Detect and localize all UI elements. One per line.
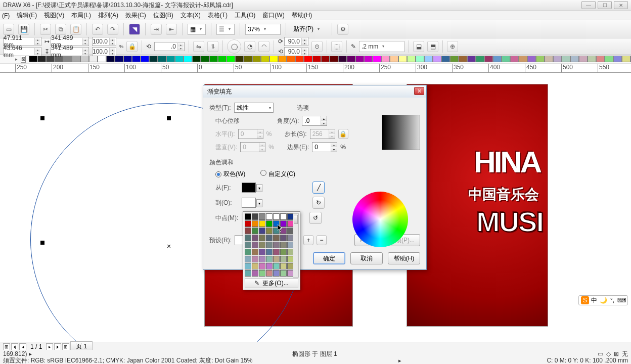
lock-step-icon[interactable]: 🔒 — [338, 129, 348, 139]
selection-handle[interactable] — [40, 116, 44, 120]
popup-color-swatch[interactable] — [252, 270, 258, 277]
target-icon[interactable]: ⊕ — [447, 41, 458, 52]
menu-tools[interactable]: 工具(O) — [235, 11, 255, 20]
edge-field[interactable]: 0▴▾ — [312, 142, 337, 152]
snap-dropdown[interactable]: 贴齐(P) ▾ — [291, 24, 327, 35]
launch-dropdown[interactable]: ▦▾ — [188, 24, 206, 35]
minimize-button[interactable]: — — [581, 1, 596, 9]
palette-swatch[interactable] — [227, 56, 235, 62]
menu-layout[interactable]: 布局(L) — [71, 11, 91, 20]
palette-swatch[interactable] — [295, 56, 304, 62]
palette-swatch[interactable] — [132, 56, 141, 62]
tool-icon[interactable]: ◥ — [129, 24, 140, 35]
palette-swatch[interactable] — [123, 56, 132, 62]
selection-handle[interactable] — [40, 241, 44, 245]
popup-color-swatch[interactable] — [280, 249, 287, 255]
palette-swatch[interactable] — [622, 56, 630, 62]
palette-swatch[interactable] — [330, 56, 338, 62]
popup-color-swatch[interactable] — [273, 220, 280, 227]
cut-icon[interactable]: ✂ — [40, 24, 51, 35]
palette-swatch[interactable] — [287, 56, 295, 62]
obj-h-field[interactable]: 341.489 mm▴▾ — [51, 47, 89, 56]
menu-effects[interactable]: 效果(C) — [125, 11, 146, 20]
menu-view[interactable]: 视图(V) — [44, 11, 64, 20]
convert-icon[interactable]: ⬚ — [331, 41, 342, 52]
popup-color-swatch[interactable] — [245, 228, 251, 234]
zoom-combo[interactable]: 37%▾ — [245, 24, 281, 35]
page-add-button[interactable]: ⊞ — [62, 343, 69, 350]
palette-swatch[interactable] — [476, 56, 484, 62]
ime-sogou-icon[interactable]: S — [581, 296, 589, 304]
to-color-swatch[interactable]: ▾ — [242, 198, 256, 208]
ellipse-mode-icon[interactable]: ◯ — [227, 39, 241, 54]
popup-color-swatch[interactable] — [280, 213, 287, 220]
palette-swatch[interactable] — [269, 56, 278, 62]
pie-mode-icon[interactable]: ◔ — [244, 41, 255, 52]
popup-color-swatch[interactable] — [259, 228, 265, 234]
type-combo[interactable]: 线性▾ — [234, 103, 274, 113]
wrap-icon[interactable]: ⬓ — [413, 41, 424, 52]
menu-help[interactable]: 帮助(H) — [292, 11, 312, 20]
ime-keyboard-icon[interactable]: ⌨ — [617, 296, 625, 304]
popup-color-swatch[interactable] — [273, 270, 280, 277]
ok-button[interactable]: 确定 — [313, 252, 345, 264]
help-button[interactable]: 帮助(H) — [388, 252, 420, 264]
palette-swatch[interactable] — [355, 56, 364, 62]
popup-color-swatch[interactable] — [273, 242, 280, 248]
page-next2-button[interactable]: ⏵ — [54, 343, 61, 350]
palette-swatch[interactable] — [390, 56, 398, 62]
palette-swatch[interactable] — [261, 56, 269, 62]
popup-color-swatch[interactable] — [252, 256, 258, 262]
palette-swatch[interactable] — [175, 56, 184, 62]
palette-swatch[interactable] — [484, 56, 493, 62]
preset-remove-icon[interactable]: − — [317, 235, 327, 245]
new-icon[interactable]: ▭ — [3, 24, 14, 35]
scale-x-field[interactable]: 100.0▴▾ — [92, 37, 116, 46]
popup-color-swatch[interactable] — [273, 235, 280, 241]
import-icon[interactable]: ⇥ — [151, 24, 162, 35]
palette-swatch[interactable] — [398, 56, 407, 62]
palette-swatch[interactable] — [166, 56, 175, 62]
popup-color-swatch[interactable] — [273, 228, 280, 234]
custom-radio[interactable]: 自定义(C) — [260, 170, 295, 178]
palette-swatch[interactable] — [235, 56, 244, 62]
palette-swatch[interactable] — [252, 56, 261, 62]
palette-swatch[interactable] — [278, 56, 287, 62]
popup-color-swatch[interactable] — [266, 220, 273, 227]
menu-edit[interactable]: 编辑(E) — [17, 11, 37, 20]
scale-y-field[interactable]: 100.0▴▾ — [92, 47, 116, 56]
popup-color-swatch[interactable] — [245, 220, 251, 227]
palette-swatch[interactable] — [441, 56, 450, 62]
popup-color-swatch[interactable] — [273, 263, 280, 269]
direction-icon[interactable]: ⊙ — [311, 41, 323, 52]
dialog-close-button[interactable]: ✕ — [414, 87, 424, 95]
angle1-field[interactable]: 90.0▴▾ — [284, 37, 308, 46]
palette-swatch[interactable] — [218, 56, 227, 62]
ime-moon-icon[interactable]: 🌙 — [599, 296, 607, 304]
undo-icon[interactable]: ↶ — [92, 24, 103, 35]
popup-color-swatch[interactable] — [252, 228, 258, 234]
color-wheel[interactable] — [352, 192, 408, 247]
menu-file[interactable]: (F) — [2, 12, 10, 19]
mirror-v-icon[interactable]: ⥮ — [207, 41, 218, 52]
palette-swatch[interactable] — [209, 56, 218, 62]
palette-swatch[interactable] — [502, 56, 510, 62]
palette-swatch[interactable] — [510, 56, 519, 62]
palette-swatch[interactable] — [433, 56, 441, 62]
preset-add-icon[interactable]: + — [303, 235, 313, 245]
save-icon[interactable]: 💾 — [18, 24, 29, 35]
popup-color-swatch[interactable] — [245, 263, 251, 269]
popup-color-swatch[interactable] — [266, 242, 273, 248]
cancel-button[interactable]: 取消 — [350, 252, 383, 264]
popup-color-swatch[interactable] — [266, 270, 273, 277]
page-prev2-button[interactable]: ◂ — [19, 343, 26, 350]
page-next-button[interactable]: ▸ — [46, 343, 53, 350]
redo-icon[interactable]: ↷ — [107, 24, 118, 35]
mirror-h-icon[interactable]: ⇋ — [193, 41, 204, 52]
popup-color-swatch[interactable] — [252, 220, 258, 227]
palette-swatch[interactable] — [527, 56, 536, 62]
popup-color-swatch[interactable] — [266, 249, 273, 255]
more-colors-button[interactable]: ✎ 更多(O)... — [245, 278, 298, 288]
obj-y-field[interactable]: 43.646 mm▴▾ — [3, 47, 41, 56]
outline-width-combo[interactable]: .2 mm▾ — [359, 41, 404, 52]
